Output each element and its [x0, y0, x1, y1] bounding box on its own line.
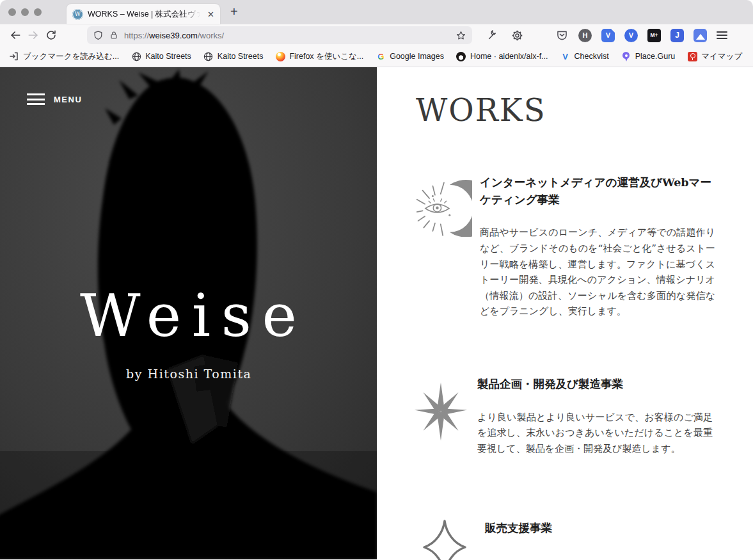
- pocket-icon[interactable]: [555, 29, 569, 42]
- mountain-app-extension-icon[interactable]: [694, 29, 707, 42]
- new-tab-button[interactable]: +: [225, 3, 243, 20]
- close-window-button[interactable]: [8, 8, 16, 16]
- site-logo: Weise: [0, 284, 377, 348]
- bookmark-label: Kaito Streets: [218, 52, 264, 61]
- globe-icon: [131, 51, 141, 61]
- globe-icon: [203, 51, 214, 61]
- shield-icon[interactable]: [93, 30, 104, 41]
- checkvist-icon: V: [560, 51, 571, 61]
- gear-icon: [511, 29, 523, 42]
- zoom-window-button[interactable]: [34, 8, 42, 16]
- forward-button[interactable]: [24, 27, 42, 44]
- menu-button[interactable]: MENU: [27, 93, 82, 105]
- browser-window: W WORKS – Weise | 株式会社ヴァイ ✕ + https://we…: [0, 0, 753, 560]
- bookmark-item-kaito-1[interactable]: Kaito Streets: [131, 51, 191, 61]
- lock-icon: [109, 30, 119, 40]
- firefox-icon: [275, 51, 285, 61]
- markdown-plus-extension-icon[interactable]: M+: [647, 29, 661, 42]
- works-panel: WORKS: [377, 67, 753, 559]
- map-pin-icon: [687, 51, 697, 61]
- moon-eye-icon: [416, 178, 472, 319]
- diamond-sparkle-icon: [421, 518, 477, 560]
- menu-label: MENU: [54, 95, 82, 104]
- back-button[interactable]: [6, 27, 24, 44]
- sparkle-star-icon: [413, 382, 470, 456]
- url-domain: weise39.com: [149, 31, 198, 40]
- tab-title: WORKS – Weise | 株式会社ヴァイ: [88, 9, 203, 20]
- bookmark-label: Place.Guru: [635, 52, 676, 61]
- minimize-window-button[interactable]: [21, 8, 29, 16]
- navigation-toolbar: https://weise39.com/works/ H V V M+ J: [0, 24, 753, 46]
- bookmark-item-mymap[interactable]: マイマップ: [687, 51, 742, 62]
- profile-h-icon[interactable]: H: [578, 29, 592, 42]
- work-heading: 製品企画・開発及び製造事業: [477, 376, 713, 393]
- hamburger-icon: [27, 93, 45, 105]
- work-section-product: 製品企画・開発及び製造事業 より良い製品とより良いサービスで、お客様のご満足を追…: [416, 376, 727, 456]
- bookmark-item-github-home[interactable]: Home · aidenlx/alx-f...: [456, 51, 548, 61]
- wordpress-favicon-icon: W: [72, 9, 83, 20]
- bookmark-item-firefox[interactable]: Firefox を使いこな...: [275, 51, 363, 62]
- work-body: 商品やサービスのローンチ、メディア等での話題作りなど、ブランドそのものを“社会ご…: [480, 225, 715, 319]
- bookmark-label: Firefox を使いこな...: [289, 51, 363, 62]
- reload-button[interactable]: [42, 27, 60, 44]
- active-tab[interactable]: W WORKS – Weise | 株式会社ヴァイ ✕: [67, 4, 220, 24]
- work-section-sales: 販売支援事業: [416, 520, 727, 560]
- reload-icon: [45, 29, 57, 41]
- j-app-extension-icon[interactable]: J: [670, 29, 684, 42]
- url-text[interactable]: https://weise39.com/works/: [124, 31, 450, 40]
- github-icon: [456, 51, 466, 61]
- bookmark-star-icon[interactable]: [456, 30, 466, 41]
- url-scheme: https://: [124, 31, 149, 40]
- hero-panel: MENU Weise by Hitoshi Tomita: [0, 67, 377, 559]
- page-title: WORKS: [416, 93, 727, 128]
- work-heading: インターネットメディアの運営及びWebマーケティング事業: [480, 174, 715, 208]
- settings-button[interactable]: [508, 27, 526, 44]
- bookmark-item-import[interactable]: ブックマークを読み込む...: [9, 51, 119, 62]
- bookmark-item-google-images[interactable]: G Google Images: [376, 51, 444, 61]
- tab-bar: W WORKS – Weise | 株式会社ヴァイ ✕ +: [0, 0, 753, 24]
- back-arrow-icon: [9, 29, 22, 42]
- extension-wrench-button[interactable]: [484, 27, 502, 44]
- bookmark-label: ブックマークを読み込む...: [23, 51, 119, 62]
- bookmark-label: Home · aidenlx/alx-f...: [470, 52, 548, 61]
- url-bar[interactable]: https://weise39.com/works/: [87, 26, 472, 44]
- bookmark-item-kaito-2[interactable]: Kaito Streets: [203, 51, 264, 61]
- v-document-extension-icon[interactable]: V: [601, 29, 615, 42]
- bookmark-item-place-guru[interactable]: Place.Guru: [621, 51, 676, 61]
- app-menu-icon[interactable]: [717, 31, 727, 39]
- v-circle-extension-icon[interactable]: V: [624, 29, 638, 42]
- import-icon: [9, 51, 19, 61]
- bookmark-item-checkvist[interactable]: V Checkvist: [560, 51, 609, 61]
- work-heading: 販売支援事業: [485, 520, 720, 537]
- site-logo-subtitle: by Hitoshi Tomita: [0, 367, 377, 381]
- wrench-icon: [487, 29, 498, 41]
- work-section-media: インターネットメディアの運営及びWebマーケティング事業 商品やサービスのローン…: [416, 174, 727, 319]
- bookmark-label: Google Images: [390, 52, 444, 61]
- page-content: MENU Weise by Hitoshi Tomita WORKS: [0, 67, 753, 559]
- forward-arrow-icon: [27, 29, 40, 42]
- work-body: より良い製品とより良いサービスで、お客様のご満足を追求し、末永いおつきあいをいた…: [477, 410, 713, 457]
- place-guru-icon: [621, 51, 631, 61]
- google-icon: G: [376, 51, 386, 61]
- bookmark-label: Checkvist: [575, 52, 609, 61]
- tab-close-icon[interactable]: ✕: [207, 10, 214, 19]
- bookmarks-bar: ブックマークを読み込む... Kaito Streets Kaito Stree…: [0, 46, 753, 67]
- bookmark-label: マイマップ: [701, 51, 742, 62]
- traffic-lights: [8, 8, 42, 16]
- bookmark-label: Kaito Streets: [145, 52, 191, 61]
- extension-cluster: H V V M+ J: [555, 29, 727, 42]
- url-path: /works/: [198, 31, 224, 40]
